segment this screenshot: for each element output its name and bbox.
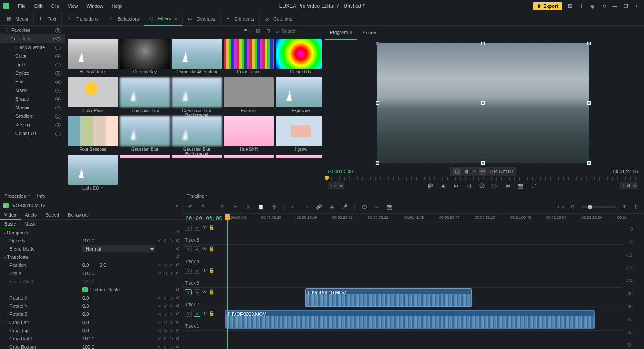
next-key-icon[interactable]: ▷ xyxy=(170,238,173,243)
filter-item[interactable] xyxy=(172,155,222,191)
tab-more-icon[interactable]: ≡ xyxy=(174,16,177,21)
maximize-icon[interactable]: ❐ xyxy=(623,3,629,9)
cat-gradient[interactable]: Gradient(1) xyxy=(0,112,65,120)
preview-viewport[interactable] xyxy=(322,40,644,167)
filter-item[interactable] xyxy=(224,155,274,191)
menu-edit[interactable]: Edit xyxy=(30,0,47,12)
reset-icon[interactable]: ↺ xyxy=(176,246,179,251)
tab-more-icon[interactable]: ≡ xyxy=(296,16,298,21)
resize-handle-mr[interactable] xyxy=(587,101,591,105)
chevron-right-icon[interactable]: › xyxy=(5,320,9,325)
split-icon[interactable]: ⧉ xyxy=(219,204,226,211)
zoom-dropdown[interactable]: Fit xyxy=(328,182,344,189)
tab-overlays[interactable]: ▭Overlays xyxy=(183,12,221,26)
video-toggle[interactable]: V xyxy=(185,268,192,274)
next-key-icon[interactable]: ▷ xyxy=(170,303,173,308)
track-name[interactable]: Track 2 xyxy=(185,302,222,307)
track-lane-3[interactable] xyxy=(225,266,623,288)
save-icon[interactable]: 🖫 xyxy=(567,3,574,9)
prop-value-x[interactable]: 0.0 xyxy=(82,263,100,268)
cat-mosaic[interactable]: Mosaic(4) xyxy=(0,103,65,112)
zoom-out-icon[interactable]: ⊖ xyxy=(569,204,576,211)
marker-icon[interactable]: ◈ xyxy=(440,182,447,189)
next-key-icon[interactable]: ▷ xyxy=(170,295,173,300)
filter-item[interactable] xyxy=(120,155,170,191)
curve-icon[interactable]: 〰 xyxy=(374,204,380,211)
lock-icon[interactable]: 🔓 xyxy=(209,311,215,317)
preview-scrub-ruler[interactable] xyxy=(322,176,644,181)
add-key-icon[interactable]: ◇ xyxy=(164,344,167,349)
prev-key-icon[interactable]: ◁ xyxy=(158,336,161,341)
tab-menu-icon[interactable]: ≡ xyxy=(204,193,207,199)
record-screen-icon[interactable]: 🖵 xyxy=(361,204,368,211)
zoom-in-icon[interactable]: ⊕ xyxy=(621,204,628,211)
search-input[interactable] xyxy=(282,28,316,34)
next-key-icon[interactable]: ▷ xyxy=(170,271,173,276)
visibility-icon[interactable]: 👁 xyxy=(202,246,207,252)
prop-value[interactable]: 0.0 xyxy=(82,303,100,309)
behaviors-tab[interactable]: Behaviors xyxy=(64,210,93,220)
prev-frame-icon[interactable]: ◁| xyxy=(465,182,472,189)
prev-key-icon[interactable]: ◁ xyxy=(158,303,161,308)
add-key-icon[interactable]: ◇ xyxy=(164,328,167,333)
cat-light[interactable]: Light(1) xyxy=(0,60,65,69)
track-lane-1[interactable]: ▯IVOR0008.MOV xyxy=(225,309,623,331)
filter-color-luts[interactable]: Color LUTs xyxy=(276,39,322,76)
chevron-right-icon[interactable]: › xyxy=(5,336,9,341)
prop-value[interactable]: 0.0 xyxy=(82,328,100,333)
chevron-right-icon[interactable]: › xyxy=(5,344,9,349)
prev-key-icon[interactable]: ◁ xyxy=(158,295,161,300)
filter-chromatic-aberration[interactable]: Chromatic Aberration xyxy=(172,39,222,76)
audio-toggle[interactable]: A xyxy=(194,246,200,252)
redo-icon[interactable]: ↷ xyxy=(200,204,207,211)
track-lane-5[interactable] xyxy=(225,223,623,245)
zoom-slider[interactable] xyxy=(581,206,616,208)
chevron-right-icon[interactable]: › xyxy=(5,312,9,317)
next-key-icon[interactable]: ▷ xyxy=(170,263,173,267)
resize-handle-c[interactable] xyxy=(481,101,485,105)
video-toggle[interactable]: V xyxy=(185,289,192,295)
chevron-right-icon[interactable]: › xyxy=(5,328,9,333)
resize-handle-tr[interactable] xyxy=(587,42,591,45)
prop-value[interactable]: 100.0 xyxy=(82,271,100,276)
add-key-icon[interactable]: ◇ xyxy=(164,263,167,267)
reset-icon[interactable]: ↺ xyxy=(176,312,179,316)
prop-value[interactable]: 0.0 xyxy=(82,312,100,317)
filter-jigsaw[interactable]: Jigsaw xyxy=(276,116,322,153)
audio-toggle[interactable]: A xyxy=(194,225,200,231)
minimize-icon[interactable]: — xyxy=(611,3,618,9)
program-tab[interactable]: Program≡ xyxy=(325,26,357,40)
lock-icon[interactable]: 🔓 xyxy=(209,268,215,274)
prev-key-icon[interactable]: ◁ xyxy=(158,312,161,316)
sort-icon[interactable]: ≣↓ xyxy=(244,28,250,34)
safe-zone-icon[interactable]: ▢ xyxy=(453,168,461,175)
track-lane-2[interactable]: ▯IVOR0010.MOV xyxy=(225,288,623,309)
filter-chroma-key[interactable]: Chroma Key xyxy=(120,39,170,76)
grid-icon[interactable]: ▦ xyxy=(464,168,468,174)
mark-out-icon[interactable]: ⇥ xyxy=(303,204,310,211)
lock-icon[interactable]: 🔓 xyxy=(209,225,215,231)
link-icon[interactable]: 🔗 xyxy=(316,204,322,211)
camera-icon[interactable]: 📷 xyxy=(386,204,393,211)
prop-value-y[interactable]: 0.0 xyxy=(100,263,117,268)
add-key-icon[interactable]: ◇ xyxy=(164,238,167,243)
uniform-scale-checkbox[interactable]: ✓ xyxy=(82,287,88,292)
resize-handle-bc[interactable] xyxy=(481,161,485,165)
sync-icon[interactable]: ⟲ xyxy=(600,3,607,9)
prev-key-icon[interactable]: ◁ xyxy=(158,328,161,333)
reset-icon[interactable]: ↺ xyxy=(176,320,179,325)
filter-emboss[interactable]: Emboss xyxy=(224,77,274,114)
scissors-icon[interactable]: ✄ xyxy=(479,168,486,175)
audio-toggle[interactable]: A xyxy=(194,268,200,274)
ruler-body[interactable]: 00:00:00;0000:00:08;2000:00:16;4000:00:2… xyxy=(225,214,644,223)
tab-captions[interactable]: ㏄Captions≡ xyxy=(260,12,304,26)
go-end-icon[interactable]: ⏭ xyxy=(504,182,511,189)
close-icon[interactable]: ✕ xyxy=(634,3,641,9)
snapshot-icon[interactable]: 📷 xyxy=(517,182,524,189)
tab-menu-icon[interactable]: ≡ xyxy=(27,193,30,199)
audio-tab[interactable]: Audio xyxy=(21,210,41,220)
next-key-icon[interactable]: ▷ xyxy=(170,336,173,341)
blend-mode-select[interactable]: Normal xyxy=(82,245,155,252)
menu-help[interactable]: Help xyxy=(107,0,126,12)
filter-gaussian-blur[interactable]: Gaussian Blur xyxy=(120,116,170,153)
